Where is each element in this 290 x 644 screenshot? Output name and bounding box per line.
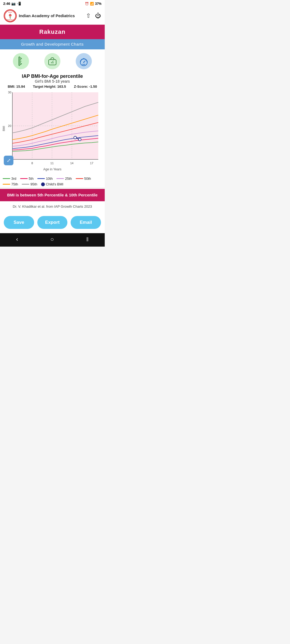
legend-25th: 25th <box>56 177 72 181</box>
height-icon-btn[interactable] <box>13 53 29 69</box>
logo-circle: INDIAN PEDIATRICS <box>4 9 17 22</box>
subtitle-bar: Growth and Development Charts <box>0 39 105 49</box>
svg-text:BMI: BMI <box>82 64 85 65</box>
org-logo: INDIAN PEDIATRICS Indian Academy of Pedi… <box>4 9 75 22</box>
legend-5th: 5th <box>20 177 34 181</box>
bmi-icon-btn[interactable]: BMI <box>76 53 92 69</box>
svg-marker-15 <box>21 63 22 65</box>
chart-legend: 3rd 5th 10th 25th 50th 75th 95th Child's… <box>0 175 105 187</box>
legend-childs-bmi: Child's BMI <box>41 182 63 186</box>
battery-display: 37% <box>95 2 102 6</box>
app-title-bar: Rakuzan <box>0 25 105 39</box>
svg-rect-8 <box>19 57 20 65</box>
chart-title: IAP BMI-for-Age percentile <box>3 72 102 79</box>
action-buttons: Save Export Email <box>0 212 105 233</box>
home-button[interactable]: ○ <box>50 236 54 243</box>
power-icon[interactable]: ⏻ <box>95 12 101 19</box>
alarm-icon: ⏰ <box>85 2 89 6</box>
weight-icon-btn[interactable]: KG <box>44 53 60 69</box>
chart-stats: BMI: 15.94 Target Height: 163.5 Z-Score:… <box>3 85 102 89</box>
nav-bar: ‹ ○ ⦀ <box>0 233 105 247</box>
export-button[interactable]: Export <box>37 216 68 229</box>
legend-line-5th <box>20 178 28 179</box>
sim-icon: 📲 <box>17 2 21 6</box>
back-button[interactable]: ‹ <box>16 236 18 243</box>
chart-wrapper: BMI ⤢ <box>3 90 102 167</box>
x-axis-label: Age in Years <box>3 167 102 172</box>
app-header: INDIAN PEDIATRICS Indian Academy of Pedi… <box>0 7 105 25</box>
app-subtitle: Growth and Development Charts <box>21 42 84 46</box>
save-button[interactable]: Save <box>4 216 34 229</box>
app-title: Rakuzan <box>39 28 65 35</box>
legend-dot-bmi <box>41 182 45 186</box>
status-bar: 2:46 📷 📲 ⏰ 📶 37% <box>0 0 105 7</box>
legend-line-3rd <box>3 178 10 179</box>
time-display: 2:46 <box>3 2 10 6</box>
target-height-stat: Target Height: 163.5 <box>33 85 66 89</box>
bmi-stat: BMI: 15.94 <box>8 85 25 89</box>
svg-text:INDIAN: INDIAN <box>8 12 12 13</box>
icons-row: KG BMI <box>0 49 105 72</box>
legend-line-50th <box>76 178 83 179</box>
bmi-chart-canvas <box>3 90 102 167</box>
chart-section: IAP BMI-for-Age percentile Girl's BMI 5-… <box>0 72 105 175</box>
expand-button[interactable]: ⤢ <box>4 156 13 165</box>
y-axis-label: BMI <box>2 126 5 131</box>
legend-3rd: 3rd <box>3 177 16 181</box>
recent-button[interactable]: ⦀ <box>86 236 89 243</box>
attribution: Dr. V. Khadilkar et al. from IAP Growth … <box>0 201 105 212</box>
share-icon[interactable]: ⇧ <box>86 12 91 19</box>
svg-text:KG: KG <box>51 62 54 64</box>
chart-subtitle: Girl's BMI 5-18 years <box>3 79 102 83</box>
result-bar: BMI is between 5th Percentile & 10th Per… <box>0 189 105 201</box>
legend-50th: 50th <box>76 177 91 181</box>
legend-line-25th <box>56 178 64 179</box>
header-actions[interactable]: ⇧ ⏻ <box>86 12 101 19</box>
svg-marker-14 <box>21 57 22 59</box>
zscore-stat: Z-Score: -1.50 <box>74 85 97 89</box>
camera-icon: 📷 <box>11 2 16 6</box>
svg-text:PEDIATRICS: PEDIATRICS <box>7 19 13 20</box>
result-message: BMI is between 5th Percentile & 10th Per… <box>7 193 98 197</box>
org-name: Indian Academy of Pediatrics <box>19 13 75 19</box>
legend-line-95th <box>22 184 29 185</box>
attribution-text: Dr. V. Khadilkar et al. from IAP Growth … <box>13 204 92 208</box>
status-time: 2:46 📷 📲 <box>3 2 21 6</box>
legend-line-10th <box>37 178 45 179</box>
svg-point-24 <box>83 62 84 63</box>
email-button[interactable]: Email <box>71 216 101 229</box>
wifi-icon: 📶 <box>90 2 94 6</box>
legend-10th: 10th <box>37 177 53 181</box>
legend-95th: 95th <box>22 182 37 186</box>
legend-line-75th <box>3 184 10 185</box>
legend-75th: 75th <box>3 182 18 186</box>
status-right: ⏰ 📶 37% <box>85 2 102 6</box>
